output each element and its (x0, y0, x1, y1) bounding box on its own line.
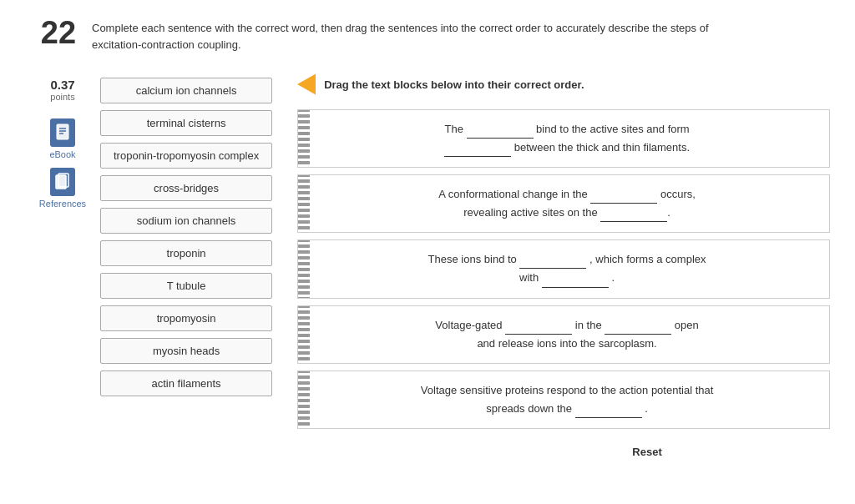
sentence-block-4[interactable]: Voltage-gated in the open and release io… (297, 305, 830, 364)
drag-handle-5[interactable] (298, 371, 310, 428)
reset-button[interactable]: Reset (632, 446, 661, 458)
drag-handle-3[interactable] (298, 240, 310, 297)
score-label: points (50, 92, 74, 102)
sentence-1-content: The bind to the active sites and form be… (311, 120, 817, 157)
references-button[interactable]: References (39, 168, 86, 209)
ebook-button[interactable]: eBook (49, 118, 75, 159)
blank-5-1[interactable] (575, 406, 642, 418)
question-number: 22 (25, 17, 92, 48)
word-item-terminal-cisterns[interactable]: terminal cisterns (100, 110, 272, 136)
blank-4-2[interactable] (605, 323, 671, 335)
blank-3-1[interactable] (519, 257, 586, 269)
drag-handle-1[interactable] (298, 110, 310, 167)
sentence-5-content: Voltage sensitive proteins respond to th… (311, 381, 817, 418)
word-item-cross-bridges[interactable]: cross-bridges (100, 175, 272, 201)
instructions-text: Complete each sentence with the correct … (92, 17, 743, 53)
sentence-4-content: Voltage-gated in the open and release io… (311, 316, 817, 353)
word-item-actin-filaments[interactable]: actin filaments (100, 370, 272, 396)
blank-4-1[interactable] (505, 323, 572, 335)
svg-rect-0 (57, 124, 68, 139)
sentence-blocks: The bind to the active sites and form be… (297, 109, 830, 429)
drag-area: Drag the text blocks below into their co… (272, 69, 830, 458)
score-value: 0.37 (50, 78, 74, 92)
word-item-calcium-ion-channels[interactable]: calcium ion channels (100, 78, 272, 103)
drag-header-text: Drag the text blocks below into their co… (324, 78, 584, 91)
references-icon (50, 168, 75, 196)
word-item-troponin[interactable]: troponin (100, 240, 272, 266)
word-item-sodium-ion-channels[interactable]: sodium ion channels (100, 208, 272, 234)
ebook-label: eBook (49, 149, 75, 159)
word-item-t-tubule[interactable]: T tubule (100, 273, 272, 299)
blank-1-2[interactable] (444, 145, 511, 157)
sentence-block-3[interactable]: These ions bind to , which forms a compl… (297, 239, 830, 298)
drag-handle-2[interactable] (298, 175, 310, 232)
word-bank: calcium ion channels terminal cisterns t… (100, 69, 272, 396)
sentence-block-5[interactable]: Voltage sensitive proteins respond to th… (297, 370, 830, 429)
ebook-icon (50, 118, 75, 147)
blank-2-1[interactable] (590, 192, 657, 204)
sentence-block-2[interactable]: A conformational change in the occurs, r… (297, 174, 830, 233)
sentence-3-content: These ions bind to , which forms a compl… (311, 250, 817, 287)
sentence-block-1[interactable]: The bind to the active sites and form be… (297, 109, 830, 168)
drag-arrow-icon (297, 73, 316, 94)
word-item-tropomyosin[interactable]: tropomyosin (100, 305, 272, 331)
blank-3-2[interactable] (542, 276, 609, 288)
sentence-2-content: A conformational change in the occurs, r… (311, 185, 817, 222)
drag-handle-4[interactable] (298, 306, 310, 363)
word-item-troponin-tropomyosin-complex[interactable]: troponin-tropomyosin complex (100, 143, 272, 169)
word-item-myosin-heads[interactable]: myosin heads (100, 338, 272, 364)
references-label: References (39, 199, 86, 209)
blank-2-2[interactable] (600, 210, 667, 222)
blank-1-1[interactable] (467, 127, 534, 139)
